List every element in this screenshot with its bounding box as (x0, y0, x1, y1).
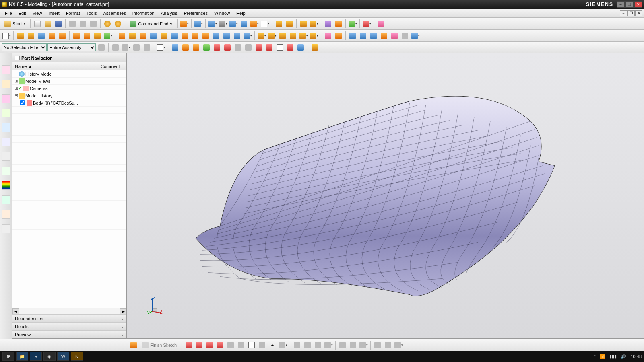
tool-wcs[interactable] (194, 19, 203, 29)
sel-5[interactable] (142, 43, 152, 52)
tree-view[interactable]: Name ▲ Comment History Mode ⊞ Model View… (12, 62, 126, 308)
task-chrome[interactable]: ◉ (43, 352, 56, 361)
sk-poly[interactable] (257, 340, 267, 350)
sk-trim[interactable] (292, 340, 302, 350)
tab-system[interactable] (2, 224, 10, 233)
tab-roles[interactable] (2, 210, 10, 219)
body-checkbox[interactable] (20, 100, 25, 105)
feat-15[interactable] (169, 31, 179, 41)
snap-8[interactable] (244, 43, 253, 52)
tab-find[interactable] (2, 195, 10, 204)
snap-7[interactable] (233, 43, 243, 52)
tool-datum1[interactable] (274, 19, 284, 29)
menu-analysis[interactable]: Analysis (158, 10, 181, 17)
snap-14[interactable] (310, 43, 320, 52)
undo-button[interactable] (103, 19, 112, 29)
feat-25[interactable] (278, 31, 287, 41)
tool-measure[interactable] (362, 19, 372, 29)
sk-fillet[interactable] (278, 340, 288, 350)
tree-row-model-history[interactable]: ⊟ Model History (12, 92, 126, 99)
tool-pattern[interactable] (334, 19, 343, 29)
sk-rect[interactable] (247, 340, 256, 350)
tree-row-cameras[interactable]: ⊞✔ Cameras (12, 85, 126, 92)
tool-sun[interactable] (180, 19, 189, 29)
feat-2[interactable] (26, 31, 36, 41)
snap-9[interactable] (254, 43, 264, 52)
tab-assembly[interactable] (2, 80, 10, 88)
tool-display[interactable] (229, 19, 238, 29)
menu-help[interactable]: Help (233, 10, 249, 17)
sk-con3[interactable] (359, 340, 368, 350)
tab-constraint[interactable] (2, 94, 10, 103)
tree-row-history-mode[interactable]: History Mode (12, 70, 126, 78)
feat-34[interactable] (379, 31, 389, 41)
tray-chevron-icon[interactable]: ^ (594, 354, 596, 359)
selection-filter-select[interactable]: No Selection Filter (2, 43, 47, 51)
feat-36[interactable] (400, 31, 410, 41)
start-menu-button[interactable]: ⊞ (2, 352, 14, 361)
snap-6[interactable] (223, 43, 232, 52)
snap-10[interactable] (264, 43, 274, 52)
redo-button[interactable] (113, 19, 123, 29)
feat-6[interactable] (72, 31, 81, 41)
menu-insert[interactable]: Insert (45, 10, 63, 17)
sk-dim[interactable] (324, 340, 333, 350)
paste-button[interactable] (89, 19, 98, 29)
snap-2[interactable] (181, 43, 190, 52)
feat-17[interactable] (190, 31, 200, 41)
menu-information[interactable]: Information (129, 10, 158, 17)
finish-sketch-button[interactable]: Finish Sketch (139, 340, 180, 350)
tool-layer[interactable] (260, 19, 270, 29)
sel-4[interactable] (132, 43, 141, 52)
menu-tools[interactable]: Tools (83, 10, 100, 17)
sketch-env[interactable] (129, 340, 138, 350)
copy-button[interactable] (78, 19, 88, 29)
fold-dependencies[interactable]: Dependencies⌄ (12, 314, 126, 322)
feat-7[interactable] (82, 31, 92, 41)
sk-spline[interactable] (226, 340, 235, 350)
tab-reuse[interactable] (2, 109, 10, 117)
menu-assemblies[interactable]: Assemblies (100, 10, 129, 17)
feat-27[interactable] (299, 31, 308, 41)
sk-con1[interactable] (338, 340, 347, 350)
feat-5[interactable] (58, 31, 67, 41)
tab-layer[interactable] (2, 181, 10, 190)
feat-32[interactable] (358, 31, 368, 41)
feat-23[interactable] (257, 31, 266, 41)
fold-preview[interactable]: Preview⌄ (12, 330, 126, 338)
tab-history[interactable] (2, 152, 10, 161)
tree-row-body[interactable]: Body (0) "CATDesSu... (12, 99, 126, 107)
minimize-button[interactable]: – (617, 1, 625, 8)
sketch-button[interactable] (2, 31, 11, 41)
clock-label[interactable]: 10:48 (630, 354, 642, 359)
menu-preferences[interactable]: Preferences (181, 10, 211, 17)
sk-con2[interactable] (348, 340, 358, 350)
menu-edit[interactable]: Edit (15, 10, 29, 17)
feat-31[interactable] (348, 31, 357, 41)
feat-18[interactable] (201, 31, 211, 41)
tool-asm2[interactable] (309, 19, 319, 29)
mdi-minimize-button[interactable]: – (620, 10, 627, 16)
snap-5[interactable] (212, 43, 222, 52)
mdi-restore-button[interactable]: ❐ (627, 10, 635, 16)
feat-33[interactable] (369, 31, 378, 41)
signal-icon[interactable]: ▮▮▮ (609, 354, 617, 359)
col-comment[interactable]: Comment (98, 64, 126, 69)
snap-3[interactable] (191, 43, 201, 52)
feat-14[interactable] (159, 31, 169, 41)
sk-arc[interactable] (205, 340, 215, 350)
feat-28[interactable] (309, 31, 319, 41)
restore-button[interactable]: ❐ (625, 1, 634, 8)
assembly-scope-select[interactable]: Entire Assembly (47, 43, 96, 51)
feat-12[interactable] (138, 31, 148, 41)
new-button[interactable] (33, 19, 42, 29)
feat-9[interactable] (103, 31, 113, 41)
feat-35[interactable] (390, 31, 399, 41)
tab-navigator[interactable] (2, 65, 10, 74)
command-finder-button[interactable]: Command Finder (127, 19, 175, 29)
feat-30[interactable] (334, 31, 343, 41)
close-button[interactable]: ✕ (634, 1, 642, 8)
sel-1[interactable] (97, 43, 106, 52)
tree-hscroll[interactable]: ◀▶ (12, 308, 126, 314)
tab-browser[interactable] (2, 138, 10, 146)
